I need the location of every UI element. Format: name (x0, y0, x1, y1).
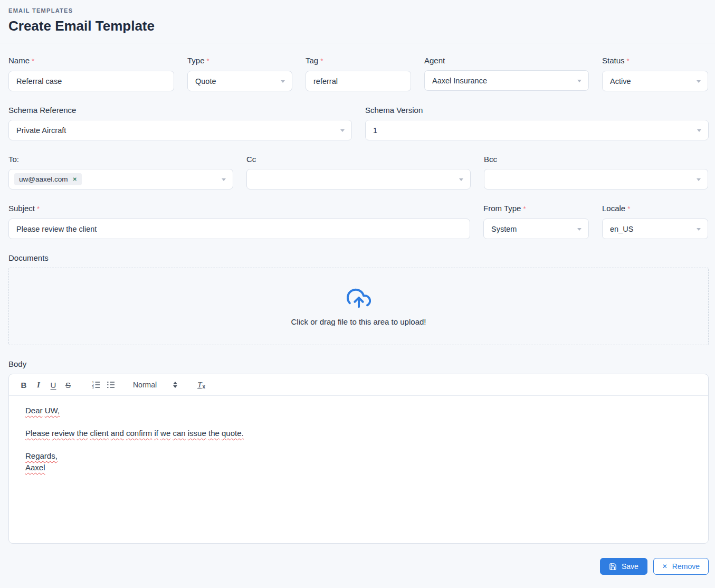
schema-reference-select[interactable]: Private Aircraft (8, 120, 352, 140)
body-rich-text-editor: B I U S 123 Normal Tx Dear UW,Ple (8, 374, 709, 544)
editor-toolbar: B I U S 123 Normal Tx (9, 374, 708, 396)
underline-button[interactable]: U (46, 378, 61, 391)
type-value: Quote (195, 77, 216, 86)
recipient-chip-label: uw@aaxel.com (19, 175, 68, 183)
field-from-type: From Type* System (483, 204, 589, 239)
cc-label-text: Cc (246, 155, 256, 164)
required-asterisk: * (523, 205, 526, 213)
form-row-2: Schema Reference Private Aircraft Schema… (8, 106, 709, 140)
tag-label-text: Tag (306, 56, 318, 65)
body-text-line: Aaxel (25, 462, 700, 473)
chevron-down-icon (577, 228, 581, 231)
body-content-area[interactable]: Dear UW,Please review the client and con… (9, 396, 708, 543)
save-button-label: Save (622, 562, 638, 571)
field-agent: Agent Aaxel Insurance (424, 56, 589, 91)
recipient-chip: uw@aaxel.com✕ (14, 173, 82, 185)
file-upload-dropzone[interactable]: Click or drag file to this area to uploa… (8, 268, 709, 345)
body-text-line: Please review the client and confirm if … (25, 428, 700, 439)
schema-version-select[interactable]: 1 (365, 120, 709, 140)
bcc-label-text: Bcc (484, 155, 497, 164)
field-subject: Subject* Please review the client (8, 204, 470, 239)
bcc-multiselect[interactable] (484, 169, 708, 189)
header-divider (0, 43, 715, 43)
chevron-down-icon (340, 129, 345, 132)
body-text-line (25, 439, 700, 451)
strikethrough-button[interactable]: S (61, 378, 75, 391)
name-label: Name* (8, 56, 174, 66)
field-to: To: uw@aaxel.com✕ (8, 155, 233, 189)
clear-formatting-x: x (202, 384, 205, 390)
field-status: Status* Active (602, 56, 708, 91)
locale-select[interactable]: en_US (602, 219, 708, 239)
status-label: Status* (602, 56, 708, 66)
to-multiselect[interactable]: uw@aaxel.com✕ (8, 169, 233, 189)
field-cc: Cc (246, 155, 471, 189)
chip-remove-icon[interactable]: ✕ (73, 177, 77, 182)
save-button[interactable]: Save (600, 558, 647, 575)
remove-button[interactable]: ✕ Remove (653, 558, 709, 575)
agent-label-text: Agent (424, 56, 445, 65)
cloud-upload-icon (347, 287, 371, 311)
type-select[interactable]: Quote (187, 71, 292, 91)
agent-select[interactable]: Aaxel Insurance (424, 70, 589, 91)
subject-label: Subject* (8, 204, 470, 214)
locale-value: en_US (610, 225, 633, 233)
tag-label: Tag* (306, 56, 411, 66)
required-asterisk: * (320, 57, 323, 65)
field-tag: Tag* referral (306, 56, 411, 91)
clear-formatting-t: T (197, 381, 202, 389)
required-asterisk: * (627, 205, 630, 213)
paragraph-format-picker[interactable]: Normal (133, 381, 177, 389)
bold-button[interactable]: B (16, 378, 31, 391)
ordered-list-button[interactable]: 123 (89, 378, 103, 391)
type-label-text: Type (187, 56, 205, 65)
chevron-down-icon (577, 80, 581, 82)
field-schema-version: Schema Version 1 (365, 106, 709, 140)
sort-arrows-icon (173, 382, 177, 388)
field-schema-reference: Schema Reference Private Aircraft (8, 106, 352, 140)
bullet-list-button[interactable] (103, 378, 118, 391)
cc-label: Cc (246, 155, 471, 164)
field-type: Type* Quote (187, 56, 292, 91)
subject-input[interactable]: Please review the client (8, 219, 470, 239)
ordered-list-icon: 123 (91, 380, 101, 390)
form-row-1: Name* Referral case Type* Quote Tag* ref… (8, 56, 709, 91)
schema-version-value: 1 (373, 126, 377, 135)
from-type-label: From Type* (483, 204, 589, 214)
chevron-down-icon (459, 178, 463, 181)
locale-label: Locale* (602, 204, 708, 214)
clear-formatting-button[interactable]: Tx (197, 381, 205, 390)
documents-label-text: Documents (8, 253, 49, 262)
required-asterisk: * (207, 57, 209, 65)
documents-label: Documents (8, 253, 709, 263)
name-value: Referral case (16, 77, 62, 86)
schema-version-label-text: Schema Version (365, 106, 423, 115)
schema-reference-label: Schema Reference (8, 106, 352, 115)
subject-label-text: Subject (8, 204, 35, 213)
italic-button[interactable]: I (31, 378, 46, 391)
required-asterisk: * (627, 57, 630, 65)
form-actions: Save ✕ Remove (8, 558, 709, 575)
cc-multiselect[interactable] (246, 169, 471, 189)
chevron-down-icon (697, 228, 701, 231)
subject-value: Please review the client (16, 225, 97, 233)
name-input[interactable]: Referral case (8, 71, 174, 91)
breadcrumb[interactable]: EMAIL TEMPLATES (8, 7, 709, 14)
chevron-down-icon (281, 80, 285, 83)
name-label-text: Name (8, 56, 30, 65)
type-label: Type* (187, 56, 292, 66)
schema-version-label: Schema Version (365, 106, 709, 115)
save-floppy-icon (609, 563, 617, 571)
svg-text:3: 3 (92, 386, 94, 389)
to-label-text: To: (8, 155, 19, 164)
body-text-line (25, 416, 700, 428)
schema-reference-label-text: Schema Reference (8, 106, 76, 115)
from-type-select[interactable]: System (483, 219, 589, 239)
status-select[interactable]: Active (602, 71, 708, 91)
schema-reference-value: Private Aircraft (16, 126, 66, 135)
tag-input[interactable]: referral (306, 71, 411, 91)
to-label: To: (8, 155, 233, 164)
remove-button-label: Remove (672, 562, 700, 571)
tag-value: referral (313, 77, 338, 86)
field-locale: Locale* en_US (602, 204, 708, 239)
